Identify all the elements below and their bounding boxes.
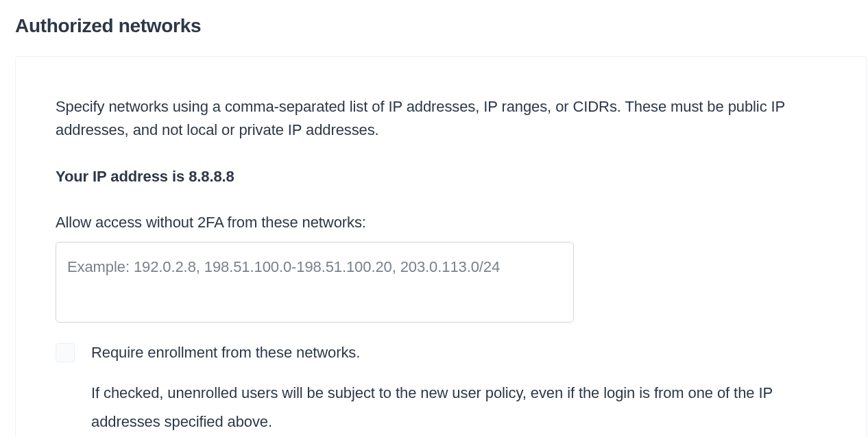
your-ip-prefix: Your IP address is (56, 168, 189, 185)
networks-field-label: Allow access without 2FA from these netw… (56, 211, 826, 234)
require-enrollment-label[interactable]: Require enrollment from these networks. (91, 342, 360, 364)
require-enrollment-checkbox[interactable] (56, 343, 75, 362)
page-title: Authorized networks (0, 0, 868, 37)
your-ip-line: Your IP address is 8.8.8.8 (56, 165, 826, 188)
require-enrollment-row: Require enrollment from these networks. (56, 342, 826, 364)
networks-input[interactable] (56, 242, 574, 323)
networks-description: Specify networks using a comma-separated… (56, 95, 826, 142)
your-ip-value: 8.8.8.8 (189, 168, 234, 185)
authorized-networks-panel: Specify networks using a comma-separated… (15, 56, 867, 437)
require-enrollment-hint: If checked, unenrolled users will be sub… (56, 379, 826, 436)
